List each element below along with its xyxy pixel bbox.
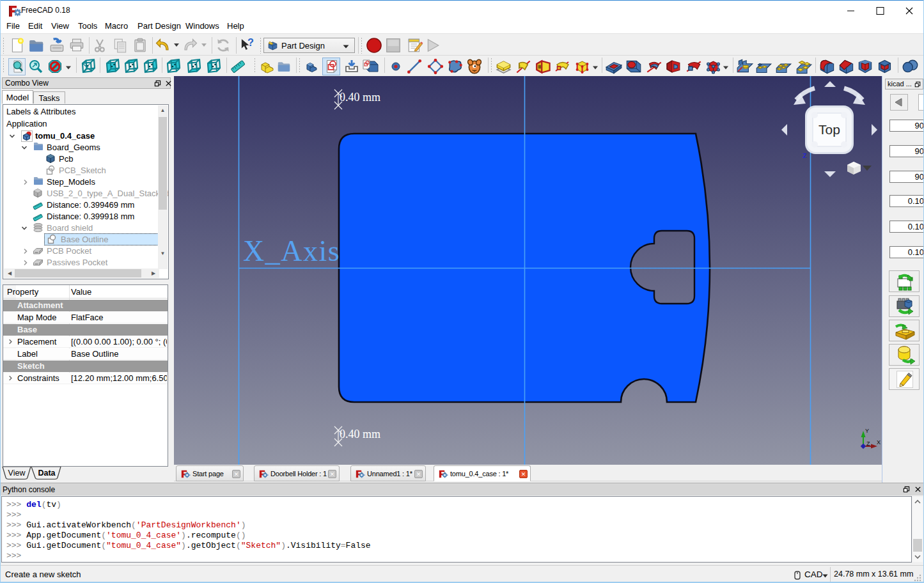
svg-text:Top: Top: [818, 122, 840, 137]
svg-text:Z: Z: [866, 440, 870, 447]
svg-text:Data: Data: [38, 469, 56, 478]
svg-text:Y: Y: [865, 428, 869, 434]
svg-text:0.40 mm: 0.40 mm: [340, 428, 380, 440]
svg-text:?: ?: [247, 37, 254, 48]
svg-text:0.40 mm: 0.40 mm: [340, 91, 380, 104]
svg-text:X_Axis: X_Axis: [243, 235, 340, 267]
svg-text:X: X: [877, 439, 881, 446]
svg-text:View: View: [8, 469, 26, 478]
svg-text:z: z: [803, 150, 807, 160]
